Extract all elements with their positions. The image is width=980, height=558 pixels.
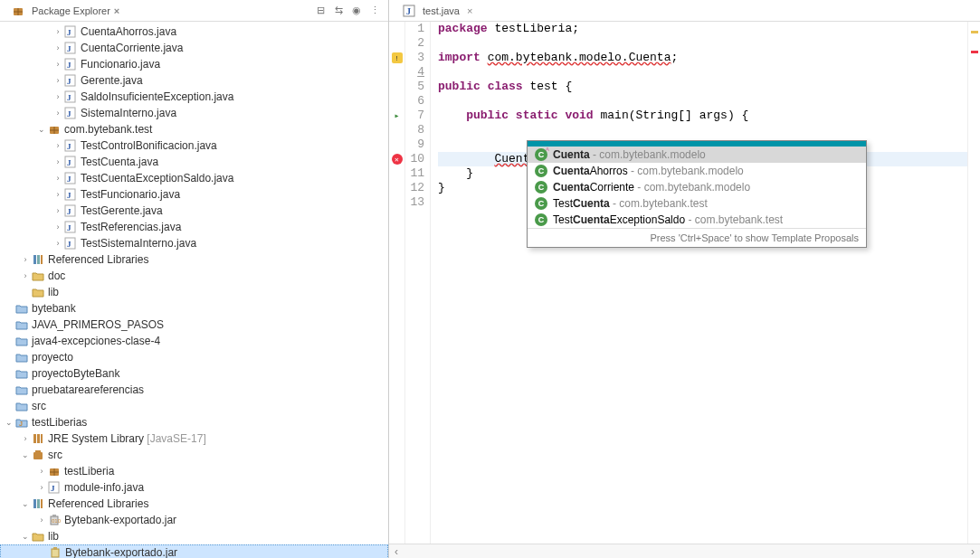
collapse-icon[interactable]: › xyxy=(52,27,63,36)
tree-item[interactable]: java4-excepciones-clase-4 xyxy=(0,333,388,349)
tree-item[interactable]: ›doc xyxy=(0,268,388,284)
tree-item[interactable]: ›JTestReferencias.java xyxy=(0,219,388,235)
tree-item[interactable]: ⌄Referenced Libraries xyxy=(0,496,388,512)
code-line[interactable]: package testLiberia; xyxy=(438,22,967,36)
tree-item[interactable]: ⌄JtestLiberias xyxy=(0,414,388,430)
tree-item-label: bytebank xyxy=(32,302,76,315)
tree-item[interactable]: ⌄com.bytebank.test xyxy=(0,121,388,137)
tree-item[interactable]: ›Jmodule-info.java xyxy=(0,479,388,496)
expand-icon[interactable]: ⌄ xyxy=(20,499,31,508)
completion-list[interactable]: CCuenta - com.bytebank.modeloCCuentaAhor… xyxy=(528,147,866,228)
horizontal-scrollbar[interactable]: ‹ › xyxy=(389,544,980,558)
collapse-icon[interactable]: › xyxy=(52,222,63,232)
src-icon xyxy=(31,448,45,462)
tree-item[interactable]: ⌄src xyxy=(0,447,388,463)
code-line[interactable]: public static void main(String[] args) { xyxy=(438,109,967,123)
completion-item[interactable]: CCuentaCorriente - com.bytebank.modelo xyxy=(528,179,866,195)
gutter-mark[interactable]: ▸ xyxy=(389,109,404,123)
collapse-icon[interactable]: › xyxy=(52,92,63,101)
collapse-icon[interactable]: › xyxy=(52,190,63,199)
collapse-icon[interactable]: › xyxy=(52,60,63,69)
collapse-all-icon[interactable]: ⊟ xyxy=(314,5,327,17)
expand-icon[interactable]: ⌄ xyxy=(20,532,31,541)
collapse-icon[interactable]: › xyxy=(20,271,31,280)
java-icon: J xyxy=(63,73,78,88)
tree-item[interactable]: ›JSaldoInsuficienteException.java xyxy=(0,89,388,105)
collapse-icon[interactable]: › xyxy=(52,239,63,248)
tree-item[interactable]: ›JTestFuncionario.java xyxy=(0,186,388,203)
package-explorer-tab[interactable]: Package Explorer × xyxy=(5,2,125,20)
tree-item[interactable]: ›Referenced Libraries xyxy=(0,251,388,268)
tree-item[interactable]: ›testLiberia xyxy=(0,463,388,479)
tree-item[interactable]: Bytebank-exportado.jar xyxy=(0,544,388,558)
tree-item[interactable]: ›JTestSistemaInterno.java xyxy=(0,235,388,251)
collapse-icon[interactable]: › xyxy=(52,141,63,150)
tree-item[interactable]: ›JRE System Library [JavaSE-17] xyxy=(0,430,388,447)
overview-ruler[interactable] xyxy=(967,22,980,544)
code-line[interactable] xyxy=(438,36,967,51)
tree-item[interactable]: JAVA_PRIMEROS_PASOS xyxy=(0,317,388,333)
tree-item[interactable]: ›JSistemaInterno.java xyxy=(0,105,388,121)
marker-gutter[interactable]: !▸✕ xyxy=(389,22,405,544)
collapse-icon[interactable]: › xyxy=(52,43,63,52)
folder-icon xyxy=(31,285,45,299)
tree-item[interactable]: proyecto xyxy=(0,349,388,365)
expand-icon[interactable]: ⌄ xyxy=(36,125,47,134)
close-icon[interactable]: × xyxy=(114,5,119,16)
scroll-left-icon[interactable]: ‹ xyxy=(389,545,404,558)
package-tree[interactable]: ›JCuentaAhorros.java›JCuentaCorriente.ja… xyxy=(0,22,388,558)
collapse-icon[interactable]: › xyxy=(52,76,63,85)
link-editor-icon[interactable]: ⇆ xyxy=(332,5,345,17)
tree-item[interactable]: proyectoByteBank xyxy=(0,365,388,382)
collapse-icon[interactable]: › xyxy=(36,483,47,492)
jar-icon: 010 xyxy=(47,513,62,527)
collapse-icon[interactable]: › xyxy=(52,157,63,166)
code-line[interactable]: public class test { xyxy=(438,80,967,94)
tree-item[interactable]: ›JCuentaAhorros.java xyxy=(0,24,388,40)
tree-item[interactable]: ›JFuncionario.java xyxy=(0,56,388,72)
collapse-icon[interactable]: › xyxy=(36,515,47,525)
code-body[interactable]: package testLiberia; import com.bytebank… xyxy=(431,22,967,544)
tree-item[interactable]: ›JGerente.java xyxy=(0,72,388,89)
proj-icon xyxy=(14,334,29,348)
tree-item[interactable]: pruebatareareferencias xyxy=(0,382,388,398)
collapse-icon[interactable]: › xyxy=(52,206,63,215)
tree-item[interactable]: ›010Bytebank-exportado.jar xyxy=(0,512,388,528)
tree-item[interactable]: ›JTestCuentaExceptionSaldo.java xyxy=(0,170,388,186)
scroll-right-icon[interactable]: › xyxy=(966,545,980,558)
tree-item[interactable]: src xyxy=(0,398,388,414)
completion-item[interactable]: CTestCuenta - com.bytebank.test xyxy=(528,195,866,212)
collapse-icon[interactable]: › xyxy=(20,434,31,443)
tree-item-label: TestCuenta.java xyxy=(81,156,158,168)
tree-item[interactable]: ›JTestGerente.java xyxy=(0,203,388,219)
editor-tab[interactable]: J test.java × xyxy=(395,2,480,20)
close-icon[interactable]: × xyxy=(467,5,472,16)
tree-item[interactable]: bytebank xyxy=(0,300,388,317)
svg-rect-46 xyxy=(33,499,36,508)
code-line[interactable] xyxy=(438,123,967,137)
gutter-mark[interactable]: ✕ xyxy=(389,152,404,166)
code-line[interactable]: import com.bytebank.modelo.Cuenta; xyxy=(438,51,967,65)
completion-item[interactable]: CCuenta - com.bytebank.modelo xyxy=(528,147,866,163)
editor-tab-title: test.java xyxy=(423,5,460,16)
code-line[interactable] xyxy=(438,65,967,80)
code-line[interactable] xyxy=(438,94,967,109)
completion-item[interactable]: CTestCuentaExceptionSaldo - com.bytebank… xyxy=(528,212,866,228)
view-menu-icon[interactable]: ⋮ xyxy=(368,5,381,17)
gutter-mark[interactable]: ! xyxy=(389,51,404,65)
collapse-icon[interactable]: › xyxy=(20,255,31,264)
collapse-icon[interactable]: › xyxy=(36,467,47,476)
expand-icon[interactable]: ⌄ xyxy=(4,418,14,427)
focus-icon[interactable]: ◉ xyxy=(350,5,363,17)
tree-item[interactable]: ›JTestCuenta.java xyxy=(0,154,388,170)
tree-item-label: CuentaAhorros.java xyxy=(81,25,176,38)
tree-item[interactable]: ›JCuentaCorriente.java xyxy=(0,40,388,56)
collapse-icon[interactable]: › xyxy=(52,109,63,118)
tree-item[interactable]: lib xyxy=(0,284,388,300)
code-editor[interactable]: !▸✕ 12345678910111213 package testLiberi… xyxy=(389,22,980,544)
tree-item[interactable]: ›JTestControlBonificacion.java xyxy=(0,137,388,154)
completion-item[interactable]: CCuentaAhorros - com.bytebank.modelo xyxy=(528,163,866,179)
collapse-icon[interactable]: › xyxy=(52,174,63,183)
expand-icon[interactable]: ⌄ xyxy=(20,450,31,459)
tree-item[interactable]: ⌄lib xyxy=(0,528,388,544)
